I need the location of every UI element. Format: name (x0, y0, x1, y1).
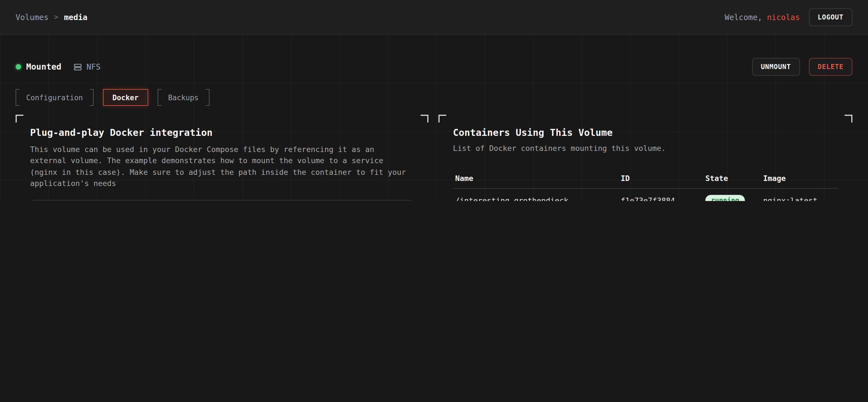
containers-panel: Containers Using This Volume List of Doc… (438, 115, 852, 201)
containers-panel-subtitle: List of Docker containers mounting this … (453, 144, 838, 153)
containers-table: Name ID State Image /interesting_grothen… (453, 168, 838, 201)
docker-panel-title: Plug-and-play Docker integration (30, 127, 414, 138)
container-image: nginx:latest (761, 189, 838, 201)
breadcrumb-volumes-link[interactable]: Volumes (16, 12, 49, 22)
compose-code-card-header: docker-compose.yml Copy (31, 200, 413, 201)
panel-corner-icon (421, 115, 428, 123)
column-header-state: State (703, 168, 761, 189)
container-state: running (703, 189, 761, 201)
tab-docker[interactable]: Docker (103, 89, 148, 106)
tab-docker-label: Docker (112, 93, 140, 102)
tab-configuration-label: Configuration (25, 93, 84, 102)
containers-panel-title: Containers Using This Volume (453, 127, 838, 138)
server-icon (73, 63, 82, 71)
username: nicolas (767, 12, 800, 22)
top-bar-right: Welcome, nicolas LOGOUT (725, 8, 852, 26)
mounted-status-dot-icon (16, 64, 21, 70)
tab-backups[interactable]: Backups (157, 89, 209, 106)
breadcrumb-current-volume: media (64, 12, 88, 22)
container-name: /interesting_grothendieck (453, 189, 618, 201)
panel-corner-icon (845, 115, 852, 123)
container-id: f1e73e7f3884 (618, 189, 703, 201)
volume-type: NFS (73, 62, 100, 71)
volume-status-row: Mounted NFS UNMOUNT DELETE (16, 58, 852, 76)
bracket-left-icon (16, 89, 20, 106)
docker-panel-description: This volume can be used in your Docker C… (30, 144, 414, 189)
tab-bar: Configuration Docker Backups (16, 89, 852, 106)
compose-code-card: docker-compose.yml Copy services: nginx:… (30, 200, 414, 201)
breadcrumb: Volumes > media (16, 12, 88, 22)
mounted-status: Mounted (16, 62, 61, 72)
volume-actions: UNMOUNT DELETE (752, 58, 852, 76)
panels-container: Plug-and-play Docker integration This vo… (16, 115, 852, 201)
tab-configuration[interactable]: Configuration (16, 89, 94, 106)
table-row: /interesting_grothendieck f1e73e7f3884 r… (453, 189, 838, 201)
column-header-image: Image (761, 168, 838, 189)
top-bar: Volumes > media Welcome, nicolas LOGOUT (0, 0, 868, 35)
column-header-name: Name (453, 168, 618, 189)
main-content: Mounted NFS UNMOUNT DELETE (0, 35, 868, 201)
unmount-button[interactable]: UNMOUNT (752, 58, 800, 76)
volume-status: Mounted NFS (16, 62, 100, 72)
delete-button[interactable]: DELETE (809, 58, 852, 76)
column-header-id: ID (618, 168, 703, 189)
volume-type-label: NFS (86, 62, 100, 71)
chevron-right-icon: > (54, 13, 59, 21)
app-root: Volumes > media Welcome, nicolas LOGOUT … (0, 0, 868, 201)
bracket-right-icon (205, 89, 209, 106)
mounted-status-label: Mounted (26, 62, 61, 72)
containers-table-header-row: Name ID State Image (453, 168, 838, 189)
panel-corner-icon (16, 115, 23, 123)
bracket-left-icon (157, 89, 161, 106)
logout-button[interactable]: LOGOUT (809, 8, 852, 26)
status-badge: running (705, 195, 745, 201)
tab-backups-label: Backups (167, 93, 200, 102)
bracket-right-icon (90, 89, 94, 106)
welcome-prefix: Welcome, (725, 12, 767, 22)
welcome-text: Welcome, nicolas (725, 12, 800, 22)
panel-corner-icon (438, 115, 446, 123)
docker-integration-panel: Plug-and-play Docker integration This vo… (16, 115, 428, 201)
